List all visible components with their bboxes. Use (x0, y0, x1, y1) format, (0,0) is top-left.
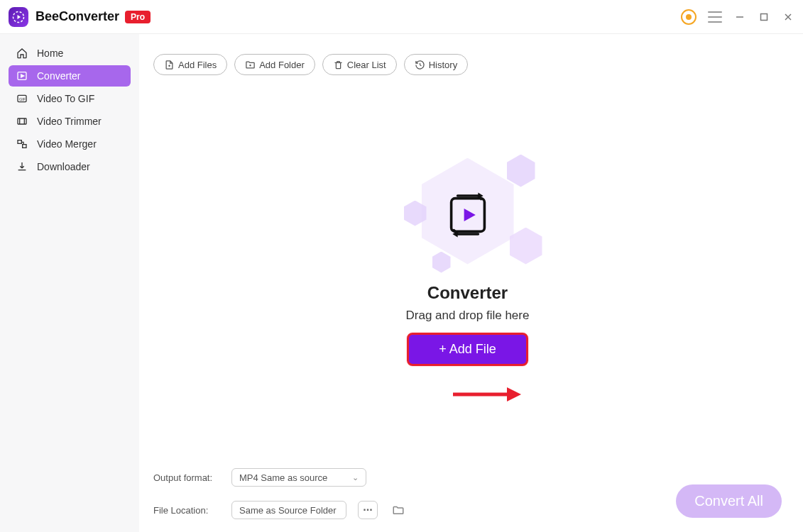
sidebar-item-label: Converter (37, 70, 80, 82)
sidebar-item-label: Video To GIF (37, 93, 94, 104)
svg-rect-13 (18, 140, 21, 144)
trim-icon (16, 115, 28, 128)
merge-icon (16, 138, 28, 150)
sidebar-item-downloader[interactable]: Downloader (9, 156, 131, 177)
gif-icon: GIF (16, 92, 28, 105)
file-location-label: File Location: (153, 505, 220, 516)
output-format-select[interactable]: MP4 Same as source ⌄ (231, 468, 366, 487)
pro-badge: Pro (125, 11, 151, 23)
chevron-down-icon: ⌄ (352, 473, 359, 482)
sidebar-item-label: Home (37, 48, 63, 59)
open-folder-button[interactable] (390, 502, 406, 518)
svg-marker-22 (464, 209, 475, 221)
hamburger-menu-icon[interactable] (708, 11, 722, 23)
sidebar-item-label: Video Merger (37, 138, 97, 150)
annotation-arrow (452, 384, 523, 407)
svg-marker-7 (21, 74, 24, 77)
svg-rect-10 (18, 118, 26, 124)
path-value: Same as Source Folder (239, 505, 337, 516)
minimize-button[interactable] (733, 11, 746, 23)
titlebar: BeeConverter Pro (0, 0, 803, 34)
svg-marker-1 (18, 15, 21, 19)
svg-text:GIF: GIF (19, 97, 26, 101)
sidebar: Home Converter GIF Video To GIF Video Tr… (0, 34, 139, 532)
sidebar-item-video-to-gif[interactable]: GIF Video To GIF (9, 88, 131, 109)
sidebar-item-home[interactable]: Home (9, 43, 131, 64)
sidebar-item-converter[interactable]: Converter (9, 65, 131, 87)
sidebar-item-video-merger[interactable]: Video Merger (9, 133, 131, 155)
convert-icon (442, 189, 493, 240)
select-value: MP4 Same as source (239, 472, 327, 483)
svg-rect-3 (761, 13, 768, 20)
browse-button[interactable]: ··· (358, 501, 378, 519)
svg-marker-26 (507, 387, 521, 401)
sidebar-item-label: Downloader (37, 161, 90, 172)
sidebar-item-video-trimmer[interactable]: Video Trimmer (9, 111, 131, 132)
sidebar-item-label: Video Trimmer (37, 116, 102, 127)
convert-all-button[interactable]: Convert All (676, 484, 782, 518)
output-format-label: Output format: (153, 472, 220, 483)
main-panel: Add Files Add Folder Clear List History (139, 34, 803, 532)
file-location-field[interactable]: Same as Source Folder (231, 501, 346, 519)
download-icon (16, 160, 28, 173)
svg-rect-14 (23, 145, 26, 148)
center-title: Converter (427, 283, 508, 303)
close-button[interactable] (782, 11, 794, 23)
play-square-icon (16, 70, 28, 82)
converter-graphic (376, 151, 560, 279)
maximize-button[interactable] (758, 11, 770, 23)
app-title: BeeConverter (35, 9, 119, 24)
app-logo (9, 7, 28, 27)
add-file-button[interactable]: + Add File (407, 333, 528, 366)
center-subtitle: Drag and drop file here (406, 309, 530, 323)
user-account-icon[interactable] (681, 9, 697, 25)
home-icon (16, 47, 28, 60)
